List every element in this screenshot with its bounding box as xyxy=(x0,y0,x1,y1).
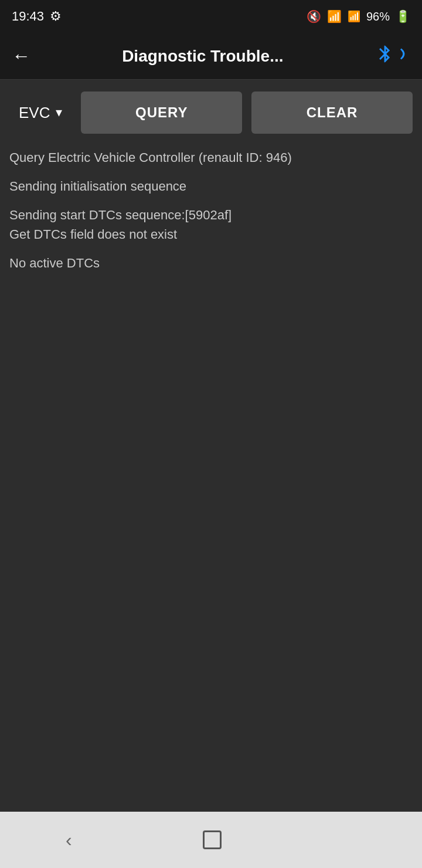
dropdown-arrow-icon: ▾ xyxy=(56,105,62,120)
nav-home-button[interactable] xyxy=(179,821,245,859)
signal-icon: 📶 xyxy=(348,10,360,23)
status-bar-right: 🔇 📶 📶 96% 🔋 xyxy=(307,9,410,23)
log-section: Query Electric Vehicle Controller (renau… xyxy=(9,148,413,282)
clear-button[interactable]: CLEAR xyxy=(251,91,413,134)
settings-icon: ⚙ xyxy=(50,9,62,24)
nav-back-icon: ‹ xyxy=(66,829,72,851)
evc-label: EVC xyxy=(19,104,50,122)
battery-icon: 🔋 xyxy=(396,9,410,23)
query-button[interactable]: QUERY xyxy=(81,91,242,134)
app-bar: ← Diagnostic Trouble... xyxy=(0,33,422,80)
nav-back-button[interactable]: ‹ xyxy=(42,820,96,860)
log-line-1: Query Electric Vehicle Controller (renau… xyxy=(9,148,413,167)
wifi-icon: 📶 xyxy=(327,9,342,23)
controls-row: EVC ▾ QUERY CLEAR xyxy=(9,91,413,134)
clock: 19:43 xyxy=(12,9,44,24)
log-line-2: Sending initialisation sequence xyxy=(9,177,413,196)
bluetooth-icon xyxy=(375,44,410,68)
log-line-4: No active DTCs xyxy=(9,253,413,273)
nav-bar: ‹ xyxy=(0,812,422,868)
back-button[interactable]: ← xyxy=(12,45,30,67)
status-bar-left: 19:43 ⚙ xyxy=(12,9,62,24)
nav-recent-icon xyxy=(353,832,356,848)
mute-icon: 🔇 xyxy=(307,9,321,23)
main-content: EVC ▾ QUERY CLEAR Query Electric Vehicle… xyxy=(0,80,422,812)
log-line-3: Sending start DTCs sequence:[5902af]Get … xyxy=(9,205,413,244)
page-title: Diagnostic Trouble... xyxy=(42,47,363,66)
evc-dropdown[interactable]: EVC ▾ xyxy=(9,98,72,128)
nav-recent-button[interactable] xyxy=(329,822,380,857)
status-bar: 19:43 ⚙ 🔇 📶 📶 96% 🔋 xyxy=(0,0,422,33)
nav-home-icon xyxy=(203,830,222,849)
battery-percentage: 96% xyxy=(366,10,390,23)
